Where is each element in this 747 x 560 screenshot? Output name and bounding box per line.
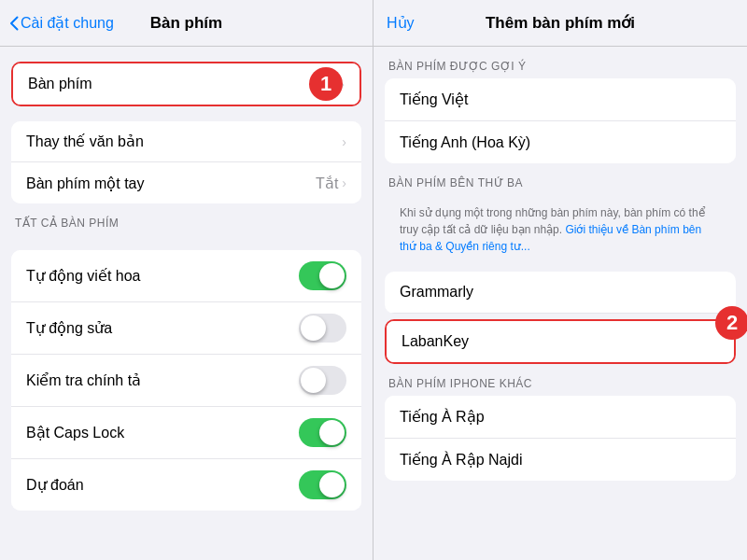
text-replace-label: Thay thế văn bản	[26, 133, 144, 150]
other-keyboard-row-1[interactable]: Tiếng À Rập Najdi	[385, 439, 736, 481]
labankey-highlighted-group: LabanKey	[385, 319, 736, 364]
text-replace-group: Thay thế văn bản › Bàn phím một tay Tắt …	[11, 121, 361, 203]
other-keyboard-label-1: Tiếng À Rập Najdi	[400, 451, 522, 469]
other-keyboards-group: Tiếng À Rập Tiếng À Rập Najdi	[385, 396, 736, 481]
grammarly-label: Grammarly	[400, 284, 473, 301]
toggle-row-0[interactable]: Tự động viết hoa	[11, 250, 361, 302]
left-nav-bar: Cài đặt chung Bàn phím	[0, 0, 373, 47]
toggle-knob-4	[319, 472, 345, 497]
toggle-3[interactable]	[299, 418, 346, 447]
keyboard-row-label: Bàn phím	[28, 76, 92, 92]
one-hand-value: Tắt	[316, 175, 338, 192]
right-panel: Hủy Thêm bàn phím mới BÀN PHÍM ĐƯỢC GỢI …	[374, 0, 747, 560]
cancel-button[interactable]: Hủy	[387, 14, 415, 32]
toggle-label-4: Dự đoán	[26, 476, 84, 494]
toggles-group: Tự động viết hoa Tự động sửa Kiểm tra ch…	[11, 250, 361, 511]
toggle-label-2: Kiểm tra chính tả	[26, 371, 141, 389]
toggle-knob-2	[301, 368, 326, 393]
suggested-keyboard-label-1: Tiếng Anh (Hoa Kỳ)	[400, 133, 530, 151]
toggle-knob-1	[301, 315, 326, 341]
toggle-2[interactable]	[299, 366, 346, 395]
text-replace-chevron-icon: ›	[342, 134, 346, 149]
labankey-wrapper: LabanKey 2	[385, 319, 736, 364]
toggle-label-0: Tự động viết hoa	[26, 267, 141, 285]
keyboard-row[interactable]: Bàn phím 3 ›	[13, 63, 359, 105]
step1-badge: 1	[309, 67, 343, 101]
text-replace-row[interactable]: Thay thế văn bản ›	[11, 121, 361, 162]
left-panel: Cài đặt chung Bàn phím Bàn phím 3 › 1 Th…	[0, 0, 374, 560]
right-content: BÀN PHÍM ĐƯỢC GỢI Ý Tiếng Việt Tiếng Anh…	[374, 47, 747, 560]
toggle-0[interactable]	[299, 261, 346, 290]
suggested-keyboards-group: Tiếng Việt Tiếng Anh (Hoa Kỳ)	[385, 78, 736, 163]
toggle-knob-3	[319, 420, 345, 445]
grammarly-row[interactable]: Grammarly	[385, 272, 736, 314]
one-hand-right: Tắt ›	[316, 175, 346, 192]
toggle-label-3: Bật Caps Lock	[26, 424, 124, 441]
keyboard-section-wrapper: Bàn phím 3 › 1	[11, 62, 361, 106]
toggle-row-1[interactable]: Tự động sửa	[11, 302, 361, 355]
other-keyboard-label-0: Tiếng À Rập	[400, 408, 485, 426]
one-hand-keyboard-row[interactable]: Bàn phím một tay Tắt ›	[11, 162, 361, 203]
toggle-row-3[interactable]: Bật Caps Lock	[11, 407, 361, 459]
other-section-header: BÀN PHÍM IPHONE KHÁC	[374, 364, 747, 396]
all-keyboards-section-header: TẤT CẢ BÀN PHÍM	[0, 203, 373, 235]
right-nav-title: Thêm bàn phím mới	[486, 13, 635, 33]
step2-badge: 2	[715, 306, 747, 340]
toggle-row-2[interactable]: Kiểm tra chính tả	[11, 355, 361, 407]
right-nav-bar: Hủy Thêm bàn phím mới	[374, 0, 747, 47]
labankey-row[interactable]: LabanKey	[387, 321, 734, 362]
suggested-keyboard-row-1[interactable]: Tiếng Anh (Hoa Kỳ)	[385, 121, 736, 163]
toggle-row-4[interactable]: Dự đoán	[11, 459, 361, 511]
suggested-section-header: BÀN PHÍM ĐƯỢC GỢI Ý	[374, 47, 747, 78]
toggle-knob-0	[319, 263, 345, 288]
labankey-label: LabanKey	[402, 333, 469, 350]
back-button[interactable]: Cài đặt chung	[9, 14, 114, 32]
back-chevron-icon	[9, 16, 19, 31]
suggested-keyboard-label-0: Tiếng Việt	[400, 91, 468, 108]
text-replace-right: ›	[342, 134, 346, 149]
back-label: Cài đặt chung	[21, 14, 114, 32]
one-hand-label: Bàn phím một tay	[26, 175, 145, 192]
third-party-group: Grammarly	[385, 272, 736, 314]
toggle-1[interactable]	[299, 314, 346, 343]
third-party-group-wrapper: Grammarly	[385, 272, 736, 314]
one-hand-chevron-icon: ›	[342, 175, 346, 190]
toggle-4[interactable]	[299, 470, 346, 499]
suggested-keyboard-row-0[interactable]: Tiếng Việt	[385, 78, 736, 121]
other-keyboard-row-0[interactable]: Tiếng À Rập	[385, 396, 736, 439]
third-party-section-header: BÀN PHÍM BÊN THỨ BA	[374, 163, 747, 195]
toggle-label-1: Tự động sửa	[26, 319, 112, 337]
left-nav-title: Bàn phím	[150, 14, 222, 33]
third-party-info-box: Khi sử dụng một trong những bàn phím này…	[385, 195, 736, 264]
